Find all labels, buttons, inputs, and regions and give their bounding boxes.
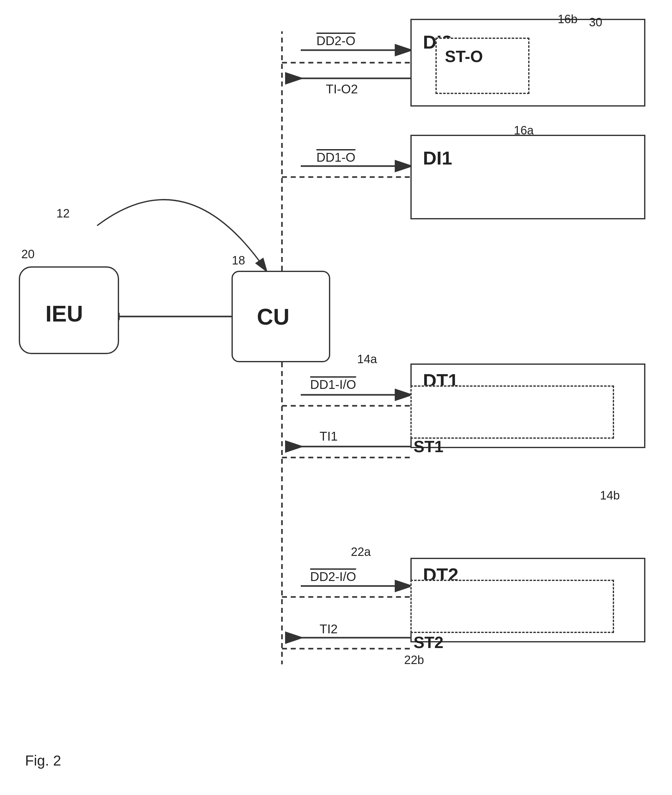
dd2o-label: DD2-O <box>317 34 355 48</box>
cu-label: CU <box>257 304 290 330</box>
sto-box <box>435 38 530 94</box>
cu-ref: 18 <box>232 254 245 267</box>
sto-label: ST-O <box>445 47 483 66</box>
st1-box <box>410 385 614 439</box>
st1-label: ST1 <box>414 437 443 456</box>
ref-12: 12 <box>56 207 70 220</box>
ref-22b: 22b <box>404 653 424 667</box>
di1-ref: 16a <box>514 124 534 137</box>
dd2io-label: DD2-I/O <box>310 570 356 584</box>
ref-14a: 14a <box>357 353 377 366</box>
ti1-label: TI1 <box>320 429 338 443</box>
ieu-label: IEU <box>45 301 83 327</box>
ieu-ref: 20 <box>21 248 34 261</box>
ref-14b: 14b <box>600 489 620 502</box>
st2-box <box>410 580 614 633</box>
dd1o-label: DD1-O <box>317 151 355 165</box>
di2-ref: 16b <box>558 13 578 26</box>
di1-label: DI1 <box>423 147 452 169</box>
ref-22a: 22a <box>351 545 371 559</box>
ref-30: 30 <box>589 16 602 29</box>
dd1io-label: DD1-I/O <box>310 378 356 392</box>
st2-label: ST2 <box>414 633 443 652</box>
fig-label: Fig. 2 <box>25 752 61 769</box>
ti2-label: TI2 <box>320 622 338 636</box>
tio2-label: TI-O2 <box>326 82 358 96</box>
